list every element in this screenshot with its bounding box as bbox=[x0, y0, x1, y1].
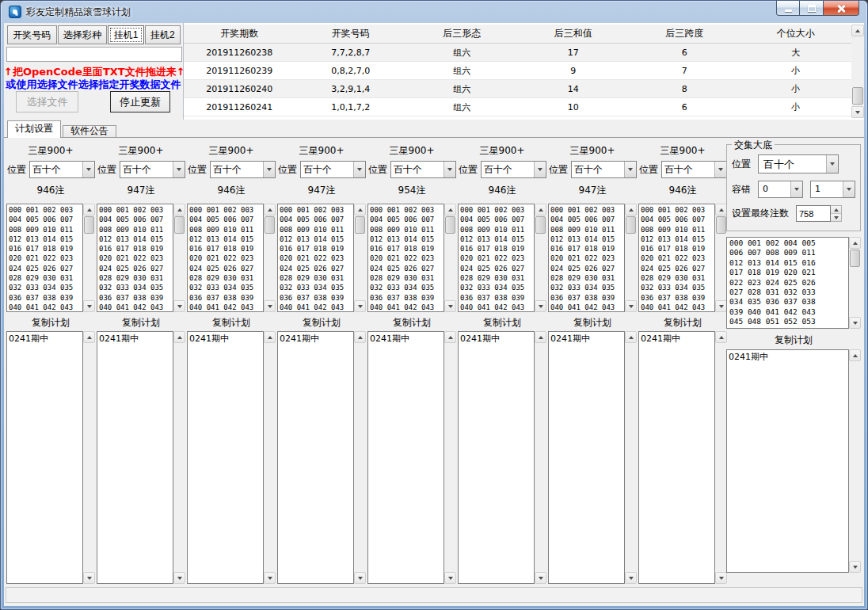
mode-tab-button[interactable]: 开奖号码 bbox=[7, 25, 57, 44]
scroll-down-button[interactable] bbox=[444, 572, 456, 584]
table-row[interactable]: 2019112602411,0,1,7,2组六106小 bbox=[184, 98, 851, 116]
number-row[interactable]: 027 028 031 032 033 bbox=[729, 288, 848, 297]
choose-file-button[interactable]: 选择文件 bbox=[16, 91, 78, 112]
chevron-down-icon[interactable] bbox=[624, 162, 636, 177]
stepper-up-button[interactable] bbox=[831, 206, 841, 214]
scrollbar-track[interactable] bbox=[851, 25, 864, 118]
number-row[interactable]: 036 037 038 039 bbox=[550, 293, 624, 303]
number-row[interactable]: 012 013 014 015 bbox=[189, 234, 263, 244]
number-row[interactable]: 020 021 022 023 bbox=[99, 254, 173, 263]
copy-plan-button[interactable]: 复制计划 bbox=[726, 334, 861, 346]
result-textarea[interactable]: 0241期中 bbox=[97, 331, 173, 584]
column-header[interactable]: 后三跨度 bbox=[629, 25, 740, 43]
column-header[interactable]: 后三形态 bbox=[406, 25, 518, 43]
stop-update-button[interactable]: 停止更新 bbox=[110, 91, 170, 112]
result-textarea[interactable]: 0241期中 bbox=[726, 349, 849, 573]
number-row[interactable]: 000 001 002 003 bbox=[370, 205, 444, 215]
number-row[interactable]: 008 009 010 011 bbox=[370, 225, 444, 234]
number-row[interactable]: 004 005 006 007 bbox=[9, 215, 82, 224]
scroll-up-button[interactable] bbox=[535, 331, 546, 343]
number-row[interactable]: 016 017 018 019 bbox=[460, 244, 534, 254]
scroll-up-button[interactable] bbox=[173, 204, 185, 215]
number-row[interactable]: 036 037 038 039 bbox=[641, 293, 714, 303]
result-scrollbar[interactable] bbox=[83, 331, 95, 584]
scroll-up-button[interactable] bbox=[264, 331, 276, 343]
final-count-input[interactable] bbox=[796, 205, 831, 222]
number-row[interactable]: 020 021 022 023 bbox=[189, 254, 263, 263]
number-row[interactable]: 004 005 006 007 bbox=[370, 215, 444, 224]
number-row[interactable]: 016 017 018 019 bbox=[9, 244, 82, 254]
scroll-down-button[interactable] bbox=[535, 572, 546, 584]
number-row[interactable]: 039 040 041 042 043 bbox=[729, 307, 848, 317]
result-scrollbar[interactable] bbox=[849, 349, 861, 573]
number-row[interactable]: 020 021 022 023 bbox=[370, 254, 444, 263]
listbox-scrollbar[interactable] bbox=[535, 204, 546, 312]
number-row[interactable]: 028 029 030 031 bbox=[280, 273, 353, 283]
scrollbar-thumb[interactable] bbox=[535, 216, 546, 234]
result-textarea[interactable]: 0241期中 bbox=[458, 331, 535, 584]
copy-plan-button[interactable]: 复制计划 bbox=[458, 316, 546, 329]
tab[interactable]: 计划设置 bbox=[7, 120, 61, 138]
position-select[interactable]: 百十个 bbox=[390, 161, 456, 178]
number-row[interactable]: 020 021 022 023 bbox=[280, 254, 353, 263]
number-listbox[interactable]: 000 001 002 003004 005 006 007008 009 01… bbox=[458, 204, 535, 312]
scroll-up-button[interactable] bbox=[535, 204, 546, 215]
result-textarea[interactable]: 0241期中 bbox=[6, 331, 83, 584]
number-row[interactable]: 000 001 002 003 bbox=[280, 205, 353, 215]
number-row[interactable]: 016 017 018 019 bbox=[99, 244, 173, 254]
scroll-down-button[interactable] bbox=[354, 300, 366, 312]
number-row[interactable]: 024 025 026 027 bbox=[189, 264, 263, 273]
result-scrollbar[interactable] bbox=[264, 331, 276, 584]
chevron-down-icon[interactable] bbox=[843, 181, 855, 197]
copy-plan-button[interactable]: 复制计划 bbox=[97, 316, 185, 329]
number-row[interactable]: 008 009 010 011 bbox=[550, 225, 624, 234]
number-row[interactable]: 036 037 038 039 bbox=[280, 293, 353, 303]
number-row[interactable]: 020 021 022 023 bbox=[9, 254, 82, 263]
number-row[interactable]: 024 025 026 027 bbox=[460, 264, 534, 273]
number-row[interactable]: 008 009 010 011 bbox=[99, 225, 173, 234]
number-row[interactable]: 028 029 030 031 bbox=[641, 273, 714, 283]
result-textarea[interactable]: 0241期中 bbox=[187, 331, 264, 584]
number-row[interactable]: 032 033 034 035 bbox=[280, 283, 353, 292]
scroll-up-button[interactable] bbox=[173, 331, 185, 343]
minimize-button[interactable] bbox=[776, 1, 800, 16]
number-row[interactable]: 017 018 019 020 021 bbox=[729, 268, 848, 277]
table-row[interactable]: 2019112602390,8,2,7,0组六97小 bbox=[184, 62, 851, 80]
scrollbar-thumb[interactable] bbox=[265, 216, 275, 234]
position-select[interactable]: 百十个 bbox=[571, 161, 637, 178]
result-scrollbar[interactable] bbox=[444, 331, 456, 584]
scroll-down-button[interactable] bbox=[535, 300, 546, 312]
number-row[interactable]: 016 017 018 019 bbox=[641, 244, 714, 254]
number-row[interactable]: 034 035 036 037 038 bbox=[729, 297, 848, 307]
number-row[interactable]: 008 009 010 011 bbox=[641, 225, 714, 234]
number-row[interactable]: 028 029 030 031 bbox=[99, 273, 173, 283]
scroll-up-button[interactable] bbox=[625, 331, 637, 343]
number-row[interactable]: 012 013 014 015 bbox=[460, 234, 534, 244]
chevron-down-icon[interactable] bbox=[826, 155, 838, 173]
number-row[interactable]: 000 001 002 003 bbox=[99, 205, 173, 215]
number-listbox[interactable]: 000 001 002 003004 005 006 007008 009 01… bbox=[6, 204, 83, 312]
listbox-scrollbar[interactable] bbox=[264, 204, 276, 312]
position-select[interactable]: 百十个 bbox=[29, 161, 95, 178]
column-header[interactable]: 后三和值 bbox=[518, 25, 630, 43]
number-listbox[interactable]: 000 001 002 003004 005 006 007008 009 01… bbox=[367, 204, 444, 312]
number-row[interactable]: 036 037 038 039 bbox=[460, 293, 534, 303]
scroll-down-button[interactable] bbox=[264, 572, 276, 584]
tolerance-select-1[interactable]: 0 bbox=[758, 181, 803, 198]
scroll-down-button[interactable] bbox=[625, 572, 637, 584]
number-row[interactable]: 008 009 010 011 bbox=[9, 225, 82, 234]
position-select[interactable]: 百十个 bbox=[210, 161, 276, 178]
scrollbar-thumb[interactable] bbox=[445, 216, 455, 234]
titlebar[interactable]: 彩友定制精品滚雪球计划 bbox=[1, 1, 867, 23]
scroll-up-button[interactable] bbox=[83, 204, 95, 215]
number-row[interactable]: 036 037 038 039 bbox=[189, 293, 263, 303]
maximize-button[interactable] bbox=[800, 1, 823, 16]
number-row[interactable]: 012 013 014 015 016 bbox=[729, 258, 848, 268]
scroll-up-button[interactable] bbox=[444, 204, 456, 215]
number-row[interactable]: 004 005 006 007 bbox=[99, 215, 173, 224]
number-row[interactable]: 028 029 030 031 bbox=[460, 273, 534, 283]
scroll-up-button[interactable] bbox=[354, 204, 366, 215]
number-row[interactable]: 020 021 022 023 bbox=[550, 254, 624, 263]
results-scrollbar[interactable] bbox=[851, 25, 864, 118]
number-row[interactable]: 032 033 034 035 bbox=[370, 283, 444, 292]
